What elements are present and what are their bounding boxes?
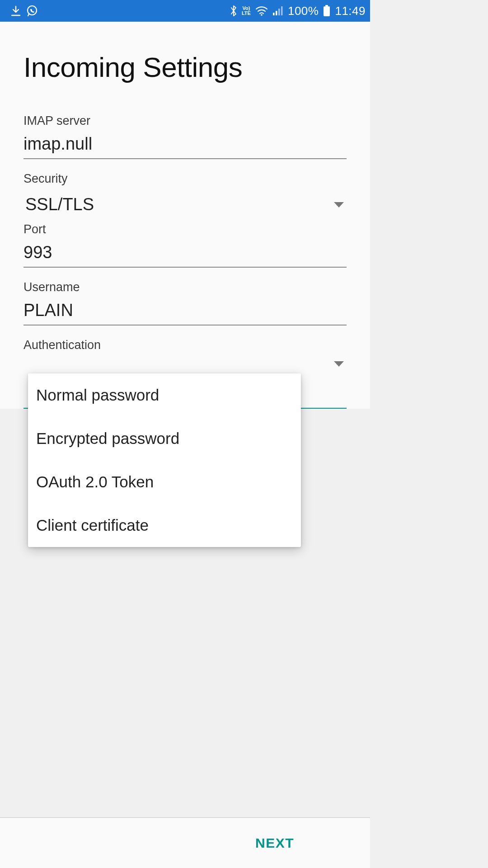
security-label: Security: [23, 172, 347, 186]
port-label: Port: [23, 222, 347, 236]
page-body: Incoming Settings IMAP server Security S…: [0, 22, 370, 409]
wifi-icon: [255, 6, 268, 16]
authentication-select[interactable]: [23, 357, 347, 372]
field-port: Port: [19, 222, 351, 268]
page-title: Incoming Settings: [19, 22, 351, 101]
status-right: Vo) LTE 100% 11:49: [230, 4, 366, 18]
imap-server-input[interactable]: [23, 132, 347, 159]
authentication-label: Authentication: [23, 338, 347, 352]
auth-option-client-certificate[interactable]: Client certificate: [28, 504, 301, 547]
username-input[interactable]: [23, 299, 347, 326]
field-imap-server: IMAP server: [19, 114, 351, 159]
security-select[interactable]: SSL/TLS: [23, 190, 347, 220]
svg-point-2: [261, 14, 263, 16]
auth-option-normal-password[interactable]: Normal password: [28, 373, 301, 417]
security-value: SSL/TLS: [25, 195, 94, 214]
battery-icon: [323, 5, 330, 17]
signal-icon: [272, 6, 283, 16]
svg-rect-5: [278, 9, 280, 15]
chevron-down-icon: [334, 202, 344, 208]
svg-rect-6: [281, 6, 283, 15]
field-security: Security SSL/TLS: [19, 172, 351, 220]
field-username: Username: [19, 280, 351, 326]
authentication-dropdown: Normal password Encrypted password OAuth…: [28, 373, 301, 547]
clock: 11:49: [335, 4, 366, 18]
svg-rect-3: [273, 13, 275, 15]
bluetooth-icon: [230, 5, 237, 17]
auth-option-encrypted-password[interactable]: Encrypted password: [28, 417, 301, 460]
download-icon: [11, 5, 21, 16]
username-label: Username: [23, 280, 347, 294]
status-left: [11, 5, 38, 17]
svg-rect-8: [324, 6, 330, 16]
chevron-down-icon: [334, 361, 344, 367]
svg-rect-4: [276, 11, 277, 15]
volte-icon: Vo) LTE: [242, 6, 251, 16]
field-authentication: Authentication: [19, 338, 351, 372]
auth-option-oauth-token[interactable]: OAuth 2.0 Token: [28, 460, 301, 504]
whatsapp-icon: [26, 5, 38, 17]
imap-server-label: IMAP server: [23, 114, 347, 128]
status-bar: Vo) LTE 100% 11:49: [0, 0, 370, 22]
battery-percentage: 100%: [288, 4, 319, 18]
svg-rect-7: [325, 5, 328, 6]
port-input[interactable]: [23, 241, 347, 268]
